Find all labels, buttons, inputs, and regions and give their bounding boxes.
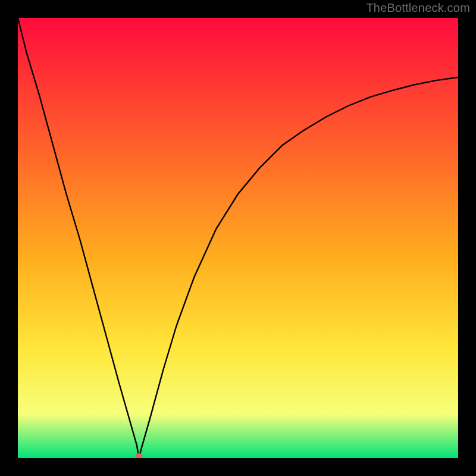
chart-frame: TheBottleneck.com	[0, 0, 476, 476]
gradient-background	[18, 18, 458, 458]
plot-svg	[18, 18, 458, 458]
watermark-text: TheBottleneck.com	[366, 1, 470, 15]
bottleneck-plot	[18, 18, 458, 458]
